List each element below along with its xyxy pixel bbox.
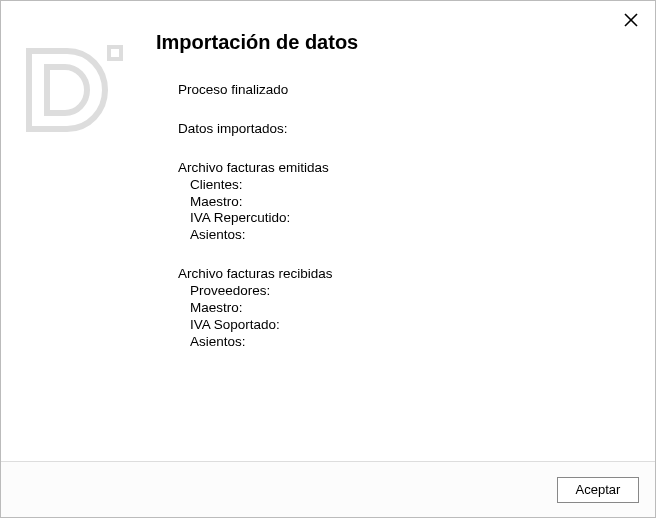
dialog-content: Importación de datos Proceso finalizado … [1, 1, 655, 461]
main-column: Importación de datos Proceso finalizado … [156, 31, 655, 461]
svg-rect-2 [109, 47, 121, 59]
emitted-heading: Archivo facturas emitidas [178, 160, 615, 177]
app-logo-icon [25, 45, 123, 135]
received-heading: Archivo facturas recibidas [178, 266, 615, 283]
close-icon [624, 12, 638, 30]
accept-button[interactable]: Aceptar [557, 477, 639, 503]
logo-column [1, 31, 156, 461]
emitted-clientes-label: Clientes: [178, 177, 615, 194]
process-finished-label: Proceso finalizado [178, 82, 615, 99]
emitted-asientos-label: Asientos: [178, 227, 615, 244]
dialog-footer: Aceptar [1, 461, 655, 517]
received-proveedores-label: Proveedores: [178, 283, 615, 300]
dialog-body: Proceso finalizado Datos importados: Arc… [156, 82, 615, 351]
received-iva-label: IVA Soportado: [178, 317, 615, 334]
dialog-title: Importación de datos [156, 31, 615, 54]
emitted-maestro-label: Maestro: [178, 194, 615, 211]
received-asientos-label: Asientos: [178, 334, 615, 351]
emitted-iva-label: IVA Repercutido: [178, 210, 615, 227]
close-button[interactable] [619, 9, 643, 33]
import-dialog: Importación de datos Proceso finalizado … [0, 0, 656, 518]
received-maestro-label: Maestro: [178, 300, 615, 317]
data-imported-label: Datos importados: [178, 121, 615, 138]
